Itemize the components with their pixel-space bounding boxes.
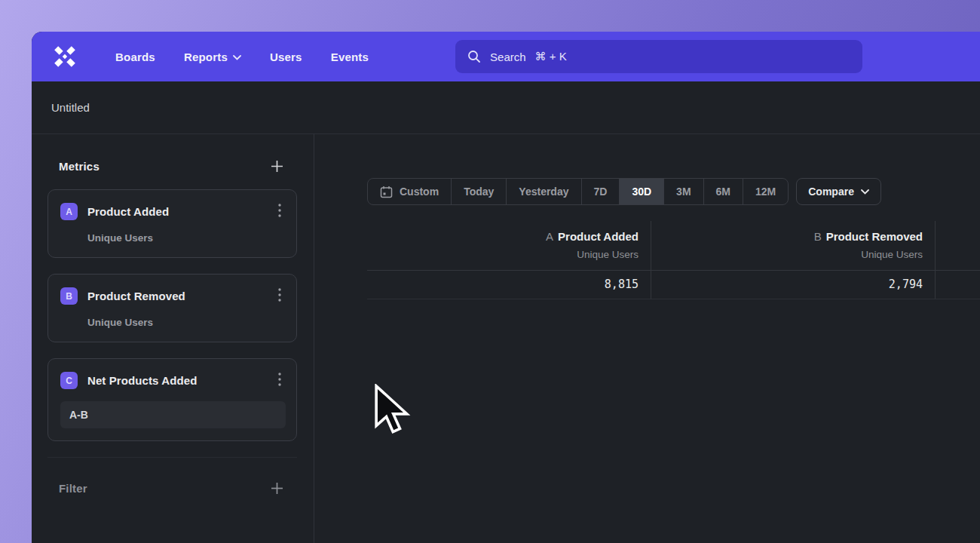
- column-subtitle: Unique Users: [659, 249, 923, 260]
- date-range-today[interactable]: Today: [451, 179, 506, 204]
- column-letter: A: [546, 230, 553, 243]
- metric-menu-button[interactable]: [274, 285, 286, 307]
- value-cell-spacer: [936, 271, 980, 299]
- metric-measurement[interactable]: Unique Users: [87, 317, 286, 328]
- search-icon: [467, 50, 481, 63]
- column-title: Product Removed: [826, 230, 923, 243]
- metric-card-b[interactable]: B Product Removed Unique Users: [47, 274, 297, 342]
- chevron-down-icon: [861, 189, 869, 195]
- metric-badge: A: [60, 203, 78, 220]
- date-range-7d[interactable]: 7D: [581, 179, 620, 204]
- metric-name: Product Removed: [87, 290, 274, 302]
- add-metric-button[interactable]: [268, 157, 286, 176]
- top-nav: Boards Reports Users Events Search ⌘ + K: [32, 32, 980, 81]
- metric-measurement[interactable]: Unique Users: [87, 232, 286, 244]
- table-header-row: AProduct Added Unique Users BProduct Rem…: [367, 221, 980, 271]
- compare-label: Compare: [808, 186, 854, 198]
- add-breakdown-button[interactable]: [268, 539, 286, 543]
- metric-card-c[interactable]: C Net Products Added A-B: [47, 358, 297, 441]
- date-range-label: Custom: [400, 186, 439, 198]
- metric-menu-button[interactable]: [274, 201, 286, 222]
- metric-badge: C: [60, 372, 78, 389]
- search-input[interactable]: Search ⌘ + K: [455, 40, 862, 73]
- date-range-selector: Custom Today Yesterday 7D 30D: [367, 178, 789, 205]
- date-range-label: 30D: [632, 186, 651, 198]
- results-panel: Custom Today Yesterday 7D 30D: [314, 134, 980, 543]
- calendar-icon: [380, 186, 393, 198]
- kebab-menu-icon: [278, 373, 281, 386]
- metrics-header: Metrics: [47, 157, 297, 176]
- breakdown-section: Breakdown: [47, 518, 297, 543]
- date-range-3m[interactable]: 3M: [663, 179, 703, 204]
- value-cell-a[interactable]: 8,815: [367, 271, 651, 299]
- search-placeholder: Search: [490, 51, 526, 63]
- column-letter: B: [814, 230, 822, 243]
- nav-events[interactable]: Events: [331, 51, 369, 63]
- filter-section: Filter: [47, 458, 297, 518]
- app-window: Boards Reports Users Events Search ⌘ + K…: [32, 32, 980, 543]
- mixpanel-logo-icon[interactable]: [51, 44, 78, 69]
- metric-name: Net Products Added: [87, 374, 274, 387]
- date-range-label: 12M: [755, 186, 776, 198]
- date-range-yesterday[interactable]: Yesterday: [506, 179, 580, 204]
- nav-boards-label: Boards: [115, 51, 155, 63]
- formula-input[interactable]: A-B: [60, 401, 286, 428]
- metric-menu-button[interactable]: [274, 370, 286, 391]
- date-range-label: Today: [464, 186, 494, 198]
- date-controls: Custom Today Yesterday 7D 30D: [367, 178, 980, 205]
- filter-label: Filter: [59, 482, 87, 495]
- column-header-spacer: [936, 221, 980, 270]
- compare-button[interactable]: Compare: [796, 178, 881, 205]
- date-range-12m[interactable]: 12M: [743, 179, 788, 204]
- date-range-custom[interactable]: Custom: [368, 179, 451, 204]
- sidebar-sections: Filter Breakdown: [47, 457, 297, 543]
- date-range-label: Yesterday: [519, 186, 568, 198]
- nav-users[interactable]: Users: [270, 51, 302, 63]
- report-title-bar: Untitled: [32, 81, 980, 134]
- results-table: AProduct Added Unique Users BProduct Rem…: [367, 221, 980, 299]
- plus-icon: [271, 482, 283, 495]
- nav-boards[interactable]: Boards: [115, 51, 155, 63]
- search-shortcut: ⌘ + K: [535, 50, 567, 63]
- table-value-row: 8,815 2,794: [367, 271, 980, 299]
- kebab-menu-icon: [278, 204, 281, 217]
- nav-events-label: Events: [331, 51, 369, 63]
- plus-icon: [271, 160, 283, 173]
- kebab-menu-icon: [278, 288, 281, 302]
- date-range-30d[interactable]: 30D: [619, 179, 663, 204]
- column-header-a: AProduct Added Unique Users: [367, 221, 651, 270]
- metric-badge: B: [60, 287, 78, 305]
- nav-reports[interactable]: Reports: [184, 51, 241, 63]
- date-range-label: 6M: [716, 186, 730, 198]
- column-header-b: BProduct Removed Unique Users: [651, 221, 936, 270]
- date-range-6m[interactable]: 6M: [703, 179, 743, 204]
- column-subtitle: Unique Users: [375, 249, 639, 260]
- metric-name: Product Added: [87, 205, 274, 218]
- query-sidebar: Metrics A Product Added: [32, 134, 314, 543]
- chevron-down-icon: [233, 55, 241, 60]
- report-title[interactable]: Untitled: [51, 101, 90, 114]
- column-title: Product Added: [558, 230, 639, 243]
- metric-card-a[interactable]: A Product Added Unique Users: [47, 189, 297, 258]
- metrics-title: Metrics: [59, 160, 100, 173]
- nav-users-label: Users: [270, 51, 302, 63]
- add-filter-button[interactable]: [268, 479, 286, 498]
- nav-reports-label: Reports: [184, 51, 228, 63]
- date-range-label: 3M: [676, 186, 691, 198]
- value-cell-b[interactable]: 2,794: [651, 271, 936, 299]
- date-range-label: 7D: [594, 186, 608, 198]
